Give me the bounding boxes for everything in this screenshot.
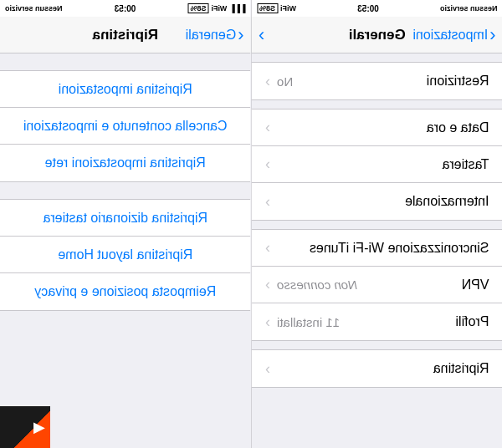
- chevron-right-icon-ripristina: ›: [265, 360, 270, 378]
- left-section-1: Ripristina impostazioni Cancella contenu…: [0, 70, 251, 182]
- right-gap-top: [252, 53, 503, 62]
- left-gap-2: [0, 182, 251, 199]
- left-back-label[interactable]: Generali: [186, 28, 236, 43]
- row-value-restrizioni: No ›: [265, 73, 293, 90]
- settings-row-profili[interactable]: Profili 11 installati ›: [252, 303, 503, 340]
- right-panel: Nessun servizio 00:53 WiFi S8% ‹ Imposta…: [252, 0, 503, 448]
- left-panel: ▌▌▌ WiFi S8% 00:53 Nessun servizio ‹ Gen…: [0, 0, 251, 448]
- row-value-text-profili: 11 installati: [277, 315, 340, 329]
- left-carrier-right: Nessun servizio: [5, 4, 63, 13]
- settings-row-data-ora[interactable]: Data e ora ›: [252, 109, 503, 146]
- settings-row-tastiera[interactable]: Tastiera ›: [252, 146, 503, 183]
- right-section-4: Ripristina ›: [252, 349, 503, 388]
- right-section-1: Restrizioni No ›: [252, 62, 503, 100]
- table-row[interactable]: Reimposta posizione e privacy: [0, 273, 251, 310]
- row-value-text-vpn: Non connesso: [277, 277, 357, 292]
- right-content: Restrizioni No › Data e ora ›: [252, 53, 503, 448]
- chevron-right-icon-sync: ›: [265, 239, 270, 257]
- row-label-restrizioni: Restrizioni: [426, 74, 489, 89]
- table-row[interactable]: Cancella contenuto e impostazioni: [0, 108, 251, 145]
- settings-row-sync[interactable]: Sincronizzazione Wi-Fi iTunes ›: [252, 230, 503, 267]
- right-gap-1: [252, 100, 503, 109]
- row-label-reset-settings[interactable]: Ripristina impostazioni: [13, 82, 238, 97]
- left-nav-back[interactable]: ‹ Generali: [186, 26, 244, 44]
- left-nav-bar: ‹ Generali Ripristina: [0, 17, 251, 53]
- row-label-ripristina: Ripristina: [433, 361, 489, 376]
- left-back-chevron-icon: ‹: [238, 26, 243, 44]
- full-layout: ▌▌▌ WiFi S8% 00:53 Nessun servizio ‹ Gen…: [0, 0, 502, 448]
- right-section-3: Sincronizzazione Wi-Fi iTunes › VPN Non …: [252, 229, 503, 341]
- right-status-left: Nessun servizio: [439, 4, 497, 13]
- left-gap-1: [0, 53, 251, 70]
- row-value-profili: 11 installati ›: [265, 313, 340, 331]
- table-row[interactable]: Ripristina layout Home: [0, 237, 251, 273]
- right-back-label[interactable]: Impostazioni: [412, 28, 488, 43]
- row-label-profili: Profili: [455, 314, 489, 329]
- left-signal-icon: ▌▌▌: [229, 4, 245, 13]
- right-nav-back[interactable]: ‹ Impostazioni: [412, 26, 495, 44]
- right-back-chevron-icon: ‹: [489, 26, 495, 44]
- row-value-text-restrizioni: No: [277, 74, 293, 89]
- left-time: 00:53: [115, 4, 136, 13]
- row-label-data-ora: Data e ora: [426, 120, 489, 135]
- table-row[interactable]: Ripristina impostazioni rete: [0, 145, 251, 181]
- settings-row-internazionale[interactable]: Internazionale ›: [252, 183, 503, 220]
- right-battery-icon: S8%: [257, 3, 278, 13]
- table-row[interactable]: Ripristina dizionario tastiera: [0, 200, 251, 237]
- left-status-right: Nessun servizio: [5, 4, 63, 13]
- right-status-bar: Nessun servizio 00:53 WiFi S8%: [252, 0, 503, 17]
- chevron-right-icon-tastiera: ›: [265, 155, 270, 173]
- table-row[interactable]: Ripristina impostazioni: [0, 71, 251, 108]
- row-label-sync: Sincronizzazione Wi-Fi iTunes: [309, 241, 489, 256]
- row-label-reset-keyboard[interactable]: Ripristina dizionario tastiera: [13, 211, 238, 226]
- row-value-data-ora: ›: [265, 119, 274, 136]
- right-section-2: Data e ora › Tastiera › Internazionale: [252, 109, 503, 221]
- chevron-right-icon-data-ora: ›: [265, 119, 270, 136]
- settings-row-ripristina[interactable]: Ripristina ›: [252, 350, 503, 387]
- watermark: ▶: [0, 406, 50, 448]
- right-wifi-icon: WiFi: [280, 4, 296, 13]
- right-status-right: WiFi S8%: [257, 3, 296, 13]
- right-gap-2: [252, 221, 503, 229]
- left-status-bar: ▌▌▌ WiFi S8% 00:53 Nessun servizio: [0, 0, 251, 17]
- row-value-sync: ›: [265, 239, 274, 257]
- right-forward-chevron-icon: ›: [259, 26, 264, 44]
- row-label-clear-content[interactable]: Cancella contenuto e impostazioni: [13, 119, 238, 134]
- chevron-right-icon-profili: ›: [265, 313, 270, 331]
- settings-row-restrizioni[interactable]: Restrizioni No ›: [252, 63, 503, 99]
- row-label-reset-network[interactable]: Ripristina impostazioni rete: [13, 155, 238, 171]
- right-time: 00:53: [357, 4, 379, 13]
- row-label-vpn: VPN: [461, 277, 489, 293]
- row-value-ripristina: ›: [265, 360, 274, 378]
- left-content: Ripristina impostazioni Cancella contenu…: [0, 53, 251, 448]
- row-value-tastiera: ›: [265, 155, 274, 173]
- row-label-tastiera: Tastiera: [442, 157, 489, 172]
- row-label-internazionale: Internazionale: [404, 194, 489, 209]
- right-carrier-left: Nessun servizio: [439, 4, 497, 13]
- row-value-vpn: Non connesso ›: [265, 276, 357, 293]
- right-nav-bar: ‹ Impostazioni Generali ›: [252, 17, 503, 53]
- row-value-internazionale: ›: [265, 193, 274, 211]
- left-battery-icon: S8%: [187, 3, 208, 13]
- chevron-right-icon-vpn: ›: [265, 276, 270, 293]
- watermark-arrow-icon: ▶: [33, 418, 45, 436]
- right-nav-forward[interactable]: ›: [259, 26, 266, 44]
- right-gap-3: [252, 341, 503, 349]
- row-label-reset-location[interactable]: Reimposta posizione e privacy: [13, 284, 238, 299]
- left-status-left: ▌▌▌ WiFi S8%: [187, 3, 245, 13]
- chevron-right-icon-internazionale: ›: [265, 193, 270, 211]
- left-section-2: Ripristina dizionario tastiera Ripristin…: [0, 199, 251, 311]
- left-nav-title: Ripristina: [93, 27, 158, 43]
- row-label-reset-home[interactable]: Ripristina layout Home: [13, 247, 238, 262]
- right-nav-title: Generali: [348, 27, 405, 43]
- settings-row-vpn[interactable]: VPN Non connesso ›: [252, 267, 503, 303]
- chevron-right-icon-restrizioni: ›: [265, 73, 270, 90]
- left-wifi-icon: WiFi: [211, 4, 227, 13]
